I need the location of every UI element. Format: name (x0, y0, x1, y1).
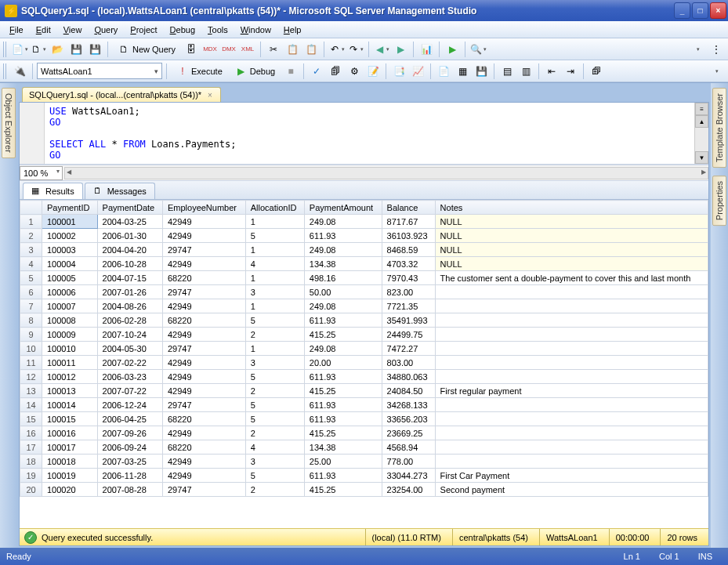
table-row[interactable]: 41000042006-10-28429494134.384703.32NULL (20, 257, 708, 271)
grid-cell[interactable]: 415.25 (304, 384, 382, 398)
new-item-button[interactable]: 🗋▾ (30, 41, 47, 58)
results-grid[interactable]: PaymentIDPaymentDateEmployeeNumberAlloca… (20, 200, 708, 497)
grid-cell[interactable]: 611.93 (304, 398, 382, 412)
save-button[interactable]: 💾 (67, 41, 85, 58)
grid-cell[interactable]: 5 (245, 412, 304, 426)
messages-tab[interactable]: 🗒Messages (85, 183, 155, 199)
grid-cell[interactable]: 5 (245, 229, 304, 243)
column-header[interactable]: PaymentDate (97, 201, 162, 215)
grid-cell[interactable]: 100020 (42, 483, 98, 497)
grid-cell[interactable]: 29747 (162, 243, 245, 257)
grid-cell[interactable]: 2006-02-28 (97, 313, 162, 328)
db-engine-query-button[interactable]: 🗄 (183, 41, 200, 58)
grid-cell[interactable]: 42949 (162, 370, 245, 384)
grid-cell[interactable]: 1 (245, 271, 304, 285)
grid-cell[interactable]: 42949 (162, 426, 245, 440)
grid-cell[interactable]: 2007-01-26 (97, 285, 162, 299)
grid-cell[interactable]: 68220 (162, 313, 245, 328)
grid-cell[interactable]: 415.25 (304, 483, 382, 497)
grid-cell[interactable]: 100010 (42, 342, 98, 356)
scroll-down-icon[interactable]: ▼ (695, 151, 708, 164)
new-query-button[interactable]: 🗋New Query (112, 41, 181, 58)
template-browser-tab[interactable]: Template Browser (712, 88, 726, 168)
grid-cell[interactable]: 1 (245, 299, 304, 313)
undo-button[interactable]: ↶▾ (328, 41, 346, 58)
grid-cell[interactable]: 100008 (42, 313, 98, 328)
grid-cell[interactable]: First regular payment (435, 384, 708, 398)
grid-cell[interactable]: 611.93 (304, 313, 382, 328)
table-row[interactable]: 21000022006-01-30429495611.9336103.923NU… (20, 229, 708, 243)
xmla-query-button[interactable]: XML (239, 41, 256, 58)
grid-cell[interactable]: 2004-08-26 (97, 299, 162, 313)
grid-cell[interactable]: 2 (245, 384, 304, 398)
grid-cell[interactable]: 8468.59 (382, 243, 435, 257)
grid-cell[interactable]: 611.93 (304, 412, 382, 426)
nav-fwd-button[interactable]: ▶ (392, 41, 409, 58)
table-row[interactable]: 161000162007-09-26429492415.2523669.25 (20, 426, 708, 440)
object-explorer-tab[interactable]: Object Explorer (2, 88, 16, 158)
results-tab[interactable]: ▦Results (23, 183, 83, 199)
results-to-file-button[interactable]: 💾 (473, 63, 490, 80)
grid-cell[interactable]: 2006-11-28 (97, 469, 162, 483)
table-row[interactable]: 131000132007-07-22429492415.2524084.50Fi… (20, 384, 708, 398)
results-to-text-button[interactable]: 📄 (435, 63, 452, 80)
activity-monitor-button[interactable]: 📊 (418, 41, 435, 58)
grid-cell[interactable] (435, 299, 708, 313)
grid-cell[interactable]: 100006 (42, 285, 98, 299)
increase-indent-button[interactable]: ⇥ (562, 63, 579, 80)
grid-cell[interactable] (435, 285, 708, 299)
table-row[interactable]: 61000062007-01-2629747350.00823.00 (20, 285, 708, 299)
grid-cell[interactable]: 23669.25 (382, 426, 435, 440)
grid-cell[interactable]: 42949 (162, 384, 245, 398)
execute-button[interactable]: !Execute (171, 63, 228, 80)
grid-cell[interactable]: 778.00 (382, 455, 435, 469)
grid-cell[interactable]: 7970.43 (382, 271, 435, 285)
grid-cell[interactable]: 4568.94 (382, 440, 435, 455)
grid-cell[interactable]: NULL (435, 257, 708, 271)
zoom-combo[interactable] (20, 166, 63, 180)
grid-cell[interactable]: 249.08 (304, 243, 382, 257)
grid-cell[interactable]: 100014 (42, 398, 98, 412)
grid-cell[interactable] (435, 412, 708, 426)
row-number[interactable]: 12 (20, 370, 42, 384)
column-header[interactable]: Balance (382, 201, 435, 215)
row-number[interactable]: 13 (20, 384, 42, 398)
grid-cell[interactable]: 100012 (42, 370, 98, 384)
grid-cell[interactable]: Second payment (435, 483, 708, 497)
row-number[interactable]: 4 (20, 257, 42, 271)
row-number[interactable]: 5 (20, 271, 42, 285)
menu-window[interactable]: Window (234, 24, 277, 36)
mdx-query-button[interactable]: MDX (201, 41, 219, 58)
grid-cell[interactable]: 2007-07-22 (97, 384, 162, 398)
column-header[interactable]: AllocationID (245, 201, 304, 215)
table-row[interactable]: 141000142006-12-24297475611.9334268.133 (20, 398, 708, 412)
grid-cell[interactable]: 823.00 (382, 285, 435, 299)
parse-button[interactable]: ✓ (308, 63, 325, 80)
uncomment-button[interactable]: ▥ (517, 63, 534, 80)
row-number[interactable]: 15 (20, 412, 42, 426)
grid-cell[interactable]: 100015 (42, 412, 98, 426)
grid-cell[interactable]: 50.00 (304, 285, 382, 299)
results-to-grid-button[interactable]: ▦ (454, 63, 471, 80)
grid-cell[interactable]: 2007-10-24 (97, 328, 162, 342)
table-row[interactable]: 71000072004-08-26429491249.087721.35 (20, 299, 708, 313)
grid-cell[interactable]: 100019 (42, 469, 98, 483)
grid-cell[interactable]: 24499.75 (382, 328, 435, 342)
grid-cell[interactable]: 100009 (42, 328, 98, 342)
grid-cell[interactable]: 68220 (162, 271, 245, 285)
decrease-indent-button[interactable]: ⇤ (543, 63, 560, 80)
editor-vscrollbar[interactable]: ≡ ▲ ▼ (694, 103, 708, 164)
grid-cell[interactable]: 35491.993 (382, 313, 435, 328)
grid-cell[interactable]: 2007-08-28 (97, 483, 162, 497)
menu-query[interactable]: Query (88, 24, 124, 36)
grid-cell[interactable]: 415.25 (304, 426, 382, 440)
row-number[interactable]: 9 (20, 328, 42, 342)
grid-cell[interactable]: 42949 (162, 299, 245, 313)
grid-cell[interactable] (435, 356, 708, 370)
grid-cell[interactable]: 29747 (162, 285, 245, 299)
row-number[interactable]: 6 (20, 285, 42, 299)
grid-cell[interactable]: 249.08 (304, 215, 382, 229)
change-connection-button[interactable]: 🔌 (11, 63, 28, 80)
grid-cell[interactable] (435, 440, 708, 455)
table-row[interactable]: 111000112007-02-2242949320.00803.00 (20, 356, 708, 370)
